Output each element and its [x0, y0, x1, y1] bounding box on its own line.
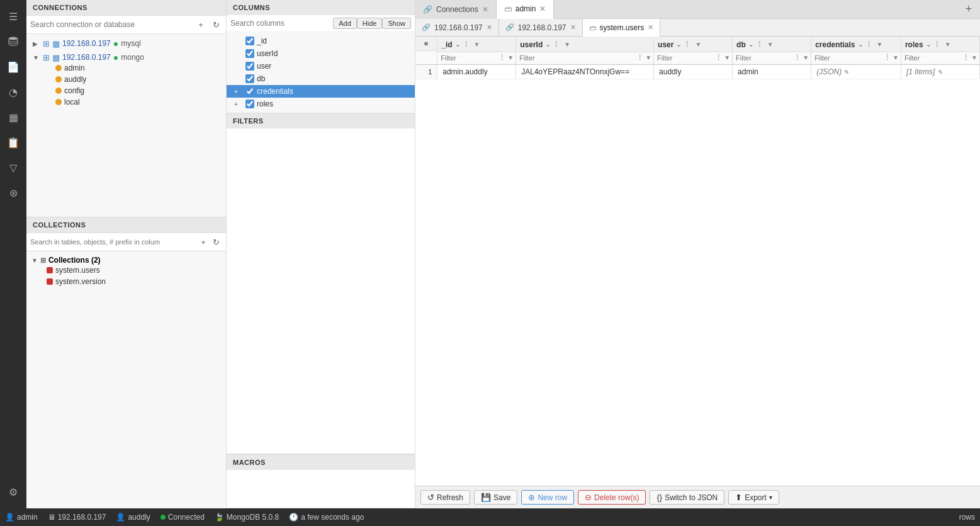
filter-apply-icon[interactable]: ▼ — [505, 54, 515, 61]
db-local[interactable]: local — [53, 96, 221, 108]
col-filter-input[interactable] — [654, 52, 715, 64]
col-menu-icon[interactable]: ⋮ — [463, 40, 470, 49]
export-button[interactable]: ⬆ Export ▾ — [728, 490, 779, 505]
filter-menu-icon[interactable]: ⋮ — [884, 54, 891, 62]
cell-user[interactable]: auddly — [654, 65, 733, 79]
column-credentials[interactable]: + credentials — [227, 85, 415, 98]
subtab-close[interactable]: ✕ — [570, 23, 576, 31]
grid-icon[interactable]: ▦ — [2, 106, 25, 129]
connection-mysql[interactable]: ▶ ⊞ ▦ 192.168.0.197 ● mysql — [26, 37, 226, 50]
document-icon[interactable]: 📄 — [2, 55, 25, 78]
cell-id[interactable]: admin.auddly — [437, 65, 516, 79]
export-dropdown-icon[interactable]: ▾ — [769, 494, 772, 501]
filter-menu-icon[interactable]: ⋮ — [498, 54, 505, 62]
refresh-button[interactable]: ↺ Refresh — [420, 490, 470, 505]
col-filter-toggle-icon[interactable]: ▼ — [875, 41, 885, 48]
col-filter-toggle-icon[interactable]: ▼ — [472, 41, 482, 48]
column-db[interactable]: db — [227, 72, 415, 85]
collapse-icon[interactable]: « — [424, 39, 429, 48]
menu-icon[interactable]: ☰ — [2, 5, 25, 28]
db-config[interactable]: config — [53, 85, 221, 96]
filter-menu-icon[interactable]: ⋮ — [715, 54, 722, 62]
column-roles[interactable]: + roles — [227, 98, 415, 110]
col-menu-icon[interactable]: ⋮ — [865, 40, 872, 49]
col-sort-icon[interactable]: ⌄ — [926, 41, 931, 48]
column-id[interactable]: _id — [227, 35, 415, 47]
filter-menu-icon[interactable]: ⋮ — [636, 54, 643, 62]
subtab-system-users[interactable]: 🗃 system.users ✕ — [583, 19, 661, 37]
col-filter-input[interactable] — [437, 52, 498, 64]
col-menu-icon[interactable]: ⋮ — [933, 40, 940, 49]
admin-tab-close[interactable]: ✕ — [539, 4, 546, 13]
collection-group-toggle[interactable]: ▼ ⊞ Collections (2) — [31, 256, 221, 265]
add-column-button[interactable]: Add — [333, 18, 357, 29]
triangle-icon[interactable]: ▽ — [2, 156, 25, 179]
column-roles-checkbox[interactable] — [245, 100, 254, 108]
db-admin[interactable]: admin — [53, 62, 221, 74]
cell-db[interactable]: admin — [733, 65, 811, 79]
refresh-collections-icon[interactable]: ↻ — [210, 236, 222, 248]
layers-icon[interactable]: ⊛ — [2, 181, 25, 204]
database-icon[interactable] — [2, 30, 25, 53]
col-sort-icon[interactable]: ⌄ — [545, 41, 550, 48]
add-connection-icon[interactable]: + — [194, 18, 207, 31]
collapse-col-header[interactable]: « — [415, 37, 437, 65]
col-menu-icon[interactable]: ⋮ — [756, 40, 763, 49]
column-user[interactable]: user — [227, 60, 415, 72]
hide-column-button[interactable]: Hide — [357, 18, 383, 29]
history-icon[interactable]: ◔ — [2, 81, 25, 103]
subtab-close[interactable]: ✕ — [648, 23, 653, 31]
col-filter-toggle-icon[interactable]: ▼ — [765, 41, 775, 48]
delete-row-button[interactable]: ⊖ Delete row(s) — [578, 490, 646, 505]
col-filter-input[interactable] — [811, 52, 884, 64]
col-menu-icon[interactable]: ⋮ — [684, 40, 690, 49]
collection-system-users[interactable]: system.users — [44, 265, 221, 276]
new-row-button[interactable]: ⊕ New row — [521, 490, 574, 505]
filter-apply-icon[interactable]: ▼ — [969, 54, 979, 61]
save-button[interactable]: 💾 Save — [474, 490, 517, 505]
refresh-connections-icon[interactable]: ↻ — [210, 18, 222, 31]
col-filter-toggle-icon[interactable]: ▼ — [943, 41, 953, 48]
column-db-checkbox[interactable] — [245, 74, 254, 83]
credentials-edit-icon[interactable]: ✎ — [843, 69, 848, 76]
col-filter-input[interactable] — [901, 52, 962, 64]
filter-menu-icon[interactable]: ⋮ — [962, 54, 969, 62]
add-collection-icon[interactable]: + — [197, 236, 210, 248]
col-filter-input[interactable] — [516, 52, 636, 64]
column-id-checkbox[interactable] — [245, 37, 254, 45]
column-userid-checkbox[interactable] — [245, 49, 254, 58]
tab-admin[interactable]: 🗃 admin ✕ — [497, 0, 555, 19]
search-input[interactable] — [30, 20, 194, 29]
column-userid[interactable]: userId — [227, 47, 415, 60]
collection-system-version[interactable]: system.version — [44, 276, 221, 287]
collections-search-input[interactable] — [30, 238, 197, 246]
cell-userid[interactable]: JAL4oYEPRaaz4NTOnnxjGw== — [516, 65, 654, 79]
show-column-button[interactable]: Show — [382, 18, 411, 29]
cell-credentials[interactable]: (JSON) ✎ — [811, 65, 901, 79]
db-auddly[interactable]: auddly — [53, 74, 221, 85]
add-tab-button[interactable]: + — [960, 0, 977, 19]
col-filter-toggle-icon[interactable]: ▼ — [693, 41, 703, 48]
cell-roles[interactable]: [1 items] ✎ — [901, 65, 979, 79]
subtab-close[interactable]: ✕ — [487, 23, 492, 31]
subtab-connection-2[interactable]: 🔗 192.168.0.197 ✕ — [499, 19, 583, 37]
switch-json-button[interactable]: {} Switch to JSON — [650, 490, 724, 505]
filter-menu-icon[interactable]: ⋮ — [794, 54, 801, 62]
col-sort-icon[interactable]: ⌄ — [676, 41, 681, 48]
tab-connections[interactable]: 🔗 Connections ✕ — [415, 0, 497, 19]
gear-icon[interactable]: ⚙ — [2, 481, 25, 503]
col-sort-icon[interactable]: ⌄ — [858, 41, 863, 48]
subtab-connection-1[interactable]: 🔗 192.168.0.197 ✕ — [415, 19, 499, 37]
filter-apply-icon[interactable]: ▼ — [643, 54, 653, 61]
col-sort-icon[interactable]: ⌄ — [748, 41, 753, 48]
column-credentials-checkbox[interactable] — [245, 87, 254, 96]
filter-apply-icon[interactable]: ▼ — [801, 54, 811, 61]
filter-apply-icon[interactable]: ▼ — [891, 54, 901, 61]
col-menu-icon[interactable]: ⋮ — [553, 40, 560, 49]
book-icon[interactable]: 📋 — [2, 131, 25, 154]
columns-search-input[interactable] — [230, 19, 333, 28]
connection-mongo[interactable]: ▼ ⊞ ▦ 192.168.0.197 ● mongo admin auddly — [26, 50, 226, 110]
roles-edit-icon[interactable]: ✎ — [937, 69, 942, 76]
col-filter-toggle-icon[interactable]: ▼ — [562, 41, 572, 48]
column-user-checkbox[interactable] — [245, 62, 254, 71]
